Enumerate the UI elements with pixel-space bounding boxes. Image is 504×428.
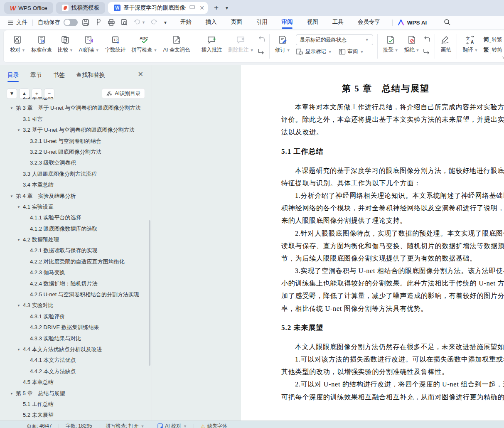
toc-item[interactable]: ▼第 5 章 总结与展望 bbox=[0, 388, 148, 399]
toc-item[interactable]: 2.3 本章总结 bbox=[0, 97, 148, 103]
menu-tab-insert[interactable]: 插入 bbox=[199, 16, 224, 29]
expand-arrow-icon[interactable]: ▼ bbox=[17, 125, 20, 135]
toc-item[interactable]: 4.2.3 伽马变换 bbox=[0, 267, 148, 278]
toc-item[interactable]: 4.3.1 实验评价 bbox=[0, 311, 148, 322]
review-pane-button[interactable]: 审阅 ▼ bbox=[339, 48, 364, 55]
expand-arrow-icon[interactable]: ▼ bbox=[17, 344, 20, 355]
sidebar-scrollbar[interactable] bbox=[149, 220, 150, 366]
spellcheck-status[interactable]: 拼写检查: 打开▼ bbox=[99, 423, 151, 428]
compare-button[interactable]: 比较▼ bbox=[55, 33, 76, 56]
expand-arrow-icon[interactable]: ▼ bbox=[17, 202, 20, 212]
ai-polish-button[interactable]: AI 全文润色 bbox=[160, 33, 193, 56]
markup-state-select[interactable]: 显示标记的最终状态 ▼ bbox=[296, 34, 373, 45]
reject-change-button[interactable]: 拒绝▼ bbox=[401, 33, 423, 56]
previous-change-button[interactable] bbox=[423, 36, 430, 44]
sidebar-tab-bookmarks[interactable]: 书签 bbox=[53, 71, 65, 79]
menu-tab-premium[interactable]: 会员专享 bbox=[351, 16, 387, 29]
toc-item[interactable]: 3.3 人眼眼底图像分割方法流程 bbox=[0, 169, 148, 180]
previous-comment-button[interactable] bbox=[258, 36, 265, 44]
file-menu[interactable]: 文件 bbox=[7, 19, 27, 26]
toc-item[interactable]: 3.4 本章总结 bbox=[0, 180, 148, 190]
toc-item[interactable]: 3.2.2 U-net 眼底图像分割方法 bbox=[0, 147, 148, 157]
toc-item[interactable]: ▼4.2 数据预处理 bbox=[0, 234, 148, 245]
toc-item[interactable]: ▼3.2 基于 U-net 与空洞卷积的眼底图像分割方法 bbox=[0, 125, 148, 135]
to-simplified-button[interactable]: 繁→ 转简 bbox=[483, 46, 502, 54]
dialog-launcher-icon[interactable]: ↘ bbox=[502, 55, 504, 59]
toc-item[interactable]: 5.2 未来展望 bbox=[0, 410, 148, 421]
proofread-button[interactable]: 校对▼ bbox=[7, 33, 28, 56]
expand-arrow-icon[interactable]: ▼ bbox=[10, 103, 13, 113]
accept-change-button[interactable]: 接受▼ bbox=[380, 33, 401, 56]
docer-template-tab[interactable]: 找稻壳模板 bbox=[56, 2, 106, 14]
print-button[interactable] bbox=[108, 19, 115, 26]
tab-list-chevron-icon[interactable]: ▼ bbox=[225, 6, 229, 10]
show-markup-button[interactable]: 显示标记 ▼ bbox=[296, 48, 332, 55]
sidebar-tab-chapters[interactable]: 章节 bbox=[30, 71, 42, 79]
document-tab[interactable]: W 基于深度学习的眼底图像分割方法 ✕ bbox=[108, 2, 208, 14]
menu-tab-review[interactable]: 审阅 bbox=[275, 16, 300, 29]
word-count-indicator[interactable]: 字数: 18295 bbox=[59, 423, 99, 428]
ai-proofread-status[interactable]: AI 校对▼ bbox=[151, 423, 194, 428]
toc-item[interactable]: 4.2.1 数据读取与保存的实现 bbox=[0, 245, 148, 256]
delete-comment-button[interactable]: 删除批注▼ bbox=[225, 33, 257, 56]
standard-review-button[interactable]: 标准审查 bbox=[28, 33, 55, 56]
print-preview-button[interactable] bbox=[120, 19, 128, 26]
expand-arrow-icon[interactable]: ▼ bbox=[17, 300, 20, 311]
menu-tab-page[interactable]: 页面 bbox=[224, 16, 249, 29]
missing-font-warning[interactable]: ⚠缺失字体 bbox=[194, 423, 234, 428]
menu-tab-view[interactable]: 视图 bbox=[300, 16, 325, 29]
next-change-button[interactable] bbox=[423, 48, 430, 56]
tab-close-icon[interactable]: ✕ bbox=[199, 5, 204, 11]
qat-chevron-icon[interactable]: ▼ bbox=[163, 20, 167, 25]
home-tab[interactable]: W WPS Office bbox=[4, 2, 53, 14]
toc-item[interactable]: 4.2.5 U-net 与空洞卷积相结合的分割方法实现 bbox=[0, 289, 148, 300]
insert-comment-button[interactable]: 插入批注 bbox=[199, 33, 225, 56]
export-pdf-button[interactable] bbox=[95, 19, 102, 26]
toc-item[interactable]: ▼4.3 实验对比 bbox=[0, 300, 148, 311]
menu-tab-start[interactable]: 开始 bbox=[173, 16, 199, 29]
spell-check-button[interactable]: ABC 拼写检查▼ bbox=[129, 33, 160, 56]
toc-item[interactable]: ▼第 4 章 实验及结果分析 bbox=[0, 191, 148, 202]
toc-item[interactable]: 3.2.1 U-net 与空洞卷积的结合 bbox=[0, 136, 148, 147]
toc-item[interactable]: 4.5 本章总结 bbox=[0, 377, 148, 388]
document-page[interactable]: 第 5 章 总结与展望本章将对本文所做工作进行总结，将介绍自己所完成内容并对实验… bbox=[241, 65, 504, 421]
toc-item[interactable]: 4.1.1 实验平台的选择 bbox=[0, 212, 148, 223]
toc-item[interactable]: 4.2.4 数据扩增：随机切片法 bbox=[0, 278, 148, 289]
expand-arrow-icon[interactable]: ▼ bbox=[10, 191, 13, 202]
toc-item[interactable]: ▼4.1 实验设置 bbox=[0, 202, 148, 212]
toc-item[interactable]: 4.3.3 实验结果与对比 bbox=[0, 333, 148, 344]
toc-item[interactable]: 4.4.2 本文方法缺点 bbox=[0, 366, 148, 377]
wps-ai-button[interactable]: WPS AI bbox=[398, 20, 427, 26]
toc-item[interactable]: 4.1.2 眼底图像数据库的选取 bbox=[0, 224, 148, 234]
toc-item[interactable]: 4.3.2 DRIVE 数据集训练结果 bbox=[0, 322, 148, 333]
menu-tab-references[interactable]: 引用 bbox=[249, 16, 275, 29]
track-changes-button[interactable]: 修订▼ bbox=[272, 33, 293, 56]
redo-button[interactable] bbox=[150, 19, 157, 26]
expand-arrow-icon[interactable]: ▼ bbox=[10, 389, 13, 399]
page-indicator[interactable]: 页面: 46/47 bbox=[20, 423, 59, 428]
ai-read-aloud-button[interactable]: AI朗读▼ bbox=[76, 33, 102, 56]
undo-chevron-icon[interactable]: ▼ bbox=[142, 20, 145, 25]
sidebar-close-icon[interactable]: ✕ bbox=[138, 70, 143, 78]
search-button[interactable] bbox=[444, 19, 450, 27]
new-tab-button[interactable]: + bbox=[214, 3, 219, 12]
next-comment-button[interactable] bbox=[258, 48, 265, 56]
toc-item[interactable]: 5.1 工作总结 bbox=[0, 399, 148, 410]
toc-item[interactable]: 3.1 引言 bbox=[0, 114, 148, 125]
undo-button[interactable] bbox=[134, 19, 141, 26]
toc-item[interactable]: 3.2.3 级联空洞卷积 bbox=[0, 157, 148, 168]
sidebar-tab-toc[interactable]: 目录 bbox=[7, 71, 19, 79]
sidebar-tab-find-replace[interactable]: 查找和替换 bbox=[76, 71, 105, 79]
save-button[interactable] bbox=[82, 19, 89, 26]
expand-arrow-icon[interactable]: ▼ bbox=[17, 235, 20, 245]
tab-preview-icon[interactable] bbox=[189, 5, 195, 11]
toc-item[interactable]: ▼4.4 本文方法优缺点分析以及改进 bbox=[0, 344, 148, 355]
ink-brush-button[interactable]: 画笔 bbox=[438, 33, 454, 56]
translate-button[interactable]: 文A 翻译▼ bbox=[460, 33, 481, 56]
toc-item[interactable]: 4.2.2 对比度受限的自适应直方图均衡化 bbox=[0, 256, 148, 267]
to-traditional-button[interactable]: 简→ 转繁 bbox=[483, 36, 502, 43]
menu-tab-tools[interactable]: 工具 bbox=[325, 16, 351, 29]
word-count-button[interactable]: 12 字数统计 bbox=[102, 33, 129, 56]
toc-item[interactable]: 4.4.1 本文方法优点 bbox=[0, 355, 148, 366]
toc-item[interactable]: ▼第 3 章 基于 U-net 与空洞卷积的眼底图像分割方法 bbox=[0, 103, 148, 113]
